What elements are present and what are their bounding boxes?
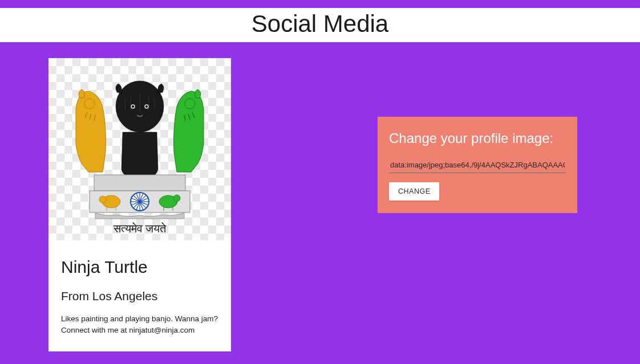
svg-point-24 <box>173 195 180 202</box>
change-button[interactable]: CHANGE <box>389 182 439 201</box>
emblem-icon: सत्यमेव जयते <box>48 58 231 240</box>
svg-text:सत्यमेव जयते: सत्यमेव जयते <box>113 222 167 235</box>
svg-point-5 <box>132 105 134 108</box>
svg-point-6 <box>145 105 148 108</box>
profile-card: सत्यमेव जयते Ninja Turtle From Los Angel… <box>48 58 231 351</box>
svg-point-1 <box>185 99 195 109</box>
image-url-input[interactable] <box>389 158 566 173</box>
profile-avatar: सत्यमेव जयते <box>48 58 231 240</box>
profile-bio: Likes painting and playing banjo. Wanna … <box>61 313 218 336</box>
svg-point-0 <box>84 99 95 109</box>
change-image-panel: Change your profile image: CHANGE <box>378 117 577 213</box>
change-image-title: Change your profile image: <box>389 130 566 146</box>
top-accent-strip <box>0 0 640 8</box>
profile-location: From Los Angeles <box>61 289 218 303</box>
main-content: सत्यमेव जयते Ninja Turtle From Los Angel… <box>0 42 640 364</box>
svg-rect-7 <box>94 175 185 191</box>
page-title: Social Media <box>0 10 640 38</box>
profile-info: Ninja Turtle From Los Angeles Likes pain… <box>48 240 231 351</box>
profile-name: Ninja Turtle <box>61 257 218 277</box>
header-bar: Social Media <box>0 8 640 42</box>
svg-point-20 <box>99 196 106 203</box>
